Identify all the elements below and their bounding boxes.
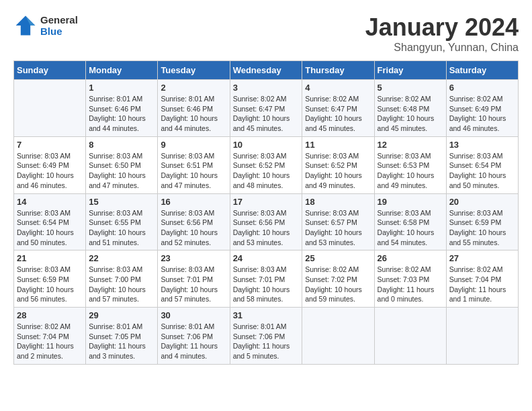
weekday-header-wednesday: Wednesday xyxy=(230,61,302,80)
day-number: 18 xyxy=(305,197,371,207)
calendar-cell: 22Sunrise: 8:03 AM Sunset: 7:00 PM Dayli… xyxy=(86,250,158,308)
day-number: 15 xyxy=(89,197,154,207)
day-number: 9 xyxy=(161,140,226,150)
day-info: Sunrise: 8:03 AM Sunset: 6:59 PM Dayligh… xyxy=(17,265,83,304)
day-number: 21 xyxy=(17,253,83,263)
calendar-cell: 6Sunrise: 8:02 AM Sunset: 6:49 PM Daylig… xyxy=(446,80,518,137)
calendar-cell: 18Sunrise: 8:03 AM Sunset: 6:57 PM Dayli… xyxy=(302,193,374,250)
calendar-subtitle: Shangyun, Yunnan, China xyxy=(365,42,519,54)
calendar-cell: 20Sunrise: 8:03 AM Sunset: 6:59 PM Dayli… xyxy=(446,193,518,250)
day-info: Sunrise: 8:03 AM Sunset: 6:51 PM Dayligh… xyxy=(161,151,226,191)
day-info: Sunrise: 8:01 AM Sunset: 7:06 PM Dayligh… xyxy=(233,322,300,361)
calendar-cell xyxy=(14,80,86,137)
calendar-cell: 24Sunrise: 8:03 AM Sunset: 7:01 PM Dayli… xyxy=(230,250,302,308)
day-number: 20 xyxy=(449,197,515,207)
day-number: 26 xyxy=(378,253,443,263)
title-block: January 2024 Shangyun, Yunnan, China xyxy=(365,13,519,54)
weekday-header-saturday: Saturday xyxy=(446,61,518,80)
day-info: Sunrise: 8:03 AM Sunset: 6:54 PM Dayligh… xyxy=(449,151,515,191)
day-info: Sunrise: 8:03 AM Sunset: 7:00 PM Dayligh… xyxy=(89,265,154,304)
day-info: Sunrise: 8:03 AM Sunset: 6:55 PM Dayligh… xyxy=(89,208,154,248)
day-info: Sunrise: 8:01 AM Sunset: 6:46 PM Dayligh… xyxy=(161,94,226,134)
day-info: Sunrise: 8:01 AM Sunset: 6:46 PM Dayligh… xyxy=(89,94,154,134)
day-number: 3 xyxy=(233,83,300,93)
day-number: 10 xyxy=(233,140,300,150)
calendar-cell: 26Sunrise: 8:02 AM Sunset: 7:03 PM Dayli… xyxy=(374,250,446,308)
page-header: General Blue January 2024 Shangyun, Yunn… xyxy=(13,13,519,54)
week-row-2: 7Sunrise: 8:03 AM Sunset: 6:49 PM Daylig… xyxy=(14,136,519,193)
day-info: Sunrise: 8:03 AM Sunset: 6:57 PM Dayligh… xyxy=(305,208,371,248)
calendar-cell: 30Sunrise: 8:01 AM Sunset: 7:06 PM Dayli… xyxy=(158,308,230,365)
calendar-cell: 15Sunrise: 8:03 AM Sunset: 6:55 PM Dayli… xyxy=(86,193,158,250)
day-number: 6 xyxy=(449,83,515,93)
day-number: 14 xyxy=(17,197,83,207)
day-info: Sunrise: 8:02 AM Sunset: 6:47 PM Dayligh… xyxy=(305,94,371,134)
day-info: Sunrise: 8:02 AM Sunset: 7:04 PM Dayligh… xyxy=(17,322,83,361)
day-number: 16 xyxy=(161,197,226,207)
calendar-cell xyxy=(374,308,446,365)
day-number: 11 xyxy=(305,140,371,150)
day-info: Sunrise: 8:01 AM Sunset: 7:06 PM Dayligh… xyxy=(161,322,226,361)
calendar-cell: 7Sunrise: 8:03 AM Sunset: 6:49 PM Daylig… xyxy=(14,136,86,193)
calendar-cell: 29Sunrise: 8:01 AM Sunset: 7:05 PM Dayli… xyxy=(86,308,158,365)
calendar-cell: 12Sunrise: 8:03 AM Sunset: 6:53 PM Dayli… xyxy=(374,136,446,193)
day-info: Sunrise: 8:03 AM Sunset: 6:54 PM Dayligh… xyxy=(17,208,83,248)
calendar-cell: 16Sunrise: 8:03 AM Sunset: 6:56 PM Dayli… xyxy=(158,193,230,250)
day-number: 5 xyxy=(378,83,443,93)
calendar-table: SundayMondayTuesdayWednesdayThursdayFrid… xyxy=(13,60,519,365)
calendar-cell: 1Sunrise: 8:01 AM Sunset: 6:46 PM Daylig… xyxy=(86,80,158,137)
day-number: 1 xyxy=(89,83,154,93)
calendar-cell: 21Sunrise: 8:03 AM Sunset: 6:59 PM Dayli… xyxy=(14,250,86,308)
weekday-header-row: SundayMondayTuesdayWednesdayThursdayFrid… xyxy=(14,61,519,80)
day-number: 25 xyxy=(305,253,371,263)
day-info: Sunrise: 8:03 AM Sunset: 6:53 PM Dayligh… xyxy=(378,151,443,191)
calendar-cell: 2Sunrise: 8:01 AM Sunset: 6:46 PM Daylig… xyxy=(158,80,230,137)
day-info: Sunrise: 8:03 AM Sunset: 7:01 PM Dayligh… xyxy=(161,265,226,304)
day-number: 13 xyxy=(449,140,515,150)
day-info: Sunrise: 8:03 AM Sunset: 6:52 PM Dayligh… xyxy=(305,151,371,191)
week-row-5: 28Sunrise: 8:02 AM Sunset: 7:04 PM Dayli… xyxy=(14,308,519,365)
weekday-header-monday: Monday xyxy=(86,61,158,80)
day-info: Sunrise: 8:02 AM Sunset: 7:03 PM Dayligh… xyxy=(378,265,443,304)
calendar-cell: 11Sunrise: 8:03 AM Sunset: 6:52 PM Dayli… xyxy=(302,136,374,193)
day-info: Sunrise: 8:03 AM Sunset: 6:58 PM Dayligh… xyxy=(378,208,443,248)
calendar-cell: 13Sunrise: 8:03 AM Sunset: 6:54 PM Dayli… xyxy=(446,136,518,193)
day-number: 2 xyxy=(161,83,226,93)
calendar-cell: 31Sunrise: 8:01 AM Sunset: 7:06 PM Dayli… xyxy=(230,308,302,365)
calendar-cell: 25Sunrise: 8:02 AM Sunset: 7:02 PM Dayli… xyxy=(302,250,374,308)
logo-icon xyxy=(13,13,38,38)
calendar-cell xyxy=(302,308,374,365)
week-row-1: 1Sunrise: 8:01 AM Sunset: 6:46 PM Daylig… xyxy=(14,80,519,137)
day-number: 4 xyxy=(305,83,371,93)
day-info: Sunrise: 8:03 AM Sunset: 6:50 PM Dayligh… xyxy=(89,151,154,191)
day-info: Sunrise: 8:02 AM Sunset: 6:49 PM Dayligh… xyxy=(449,94,515,134)
weekday-header-thursday: Thursday xyxy=(302,61,374,80)
calendar-cell: 10Sunrise: 8:03 AM Sunset: 6:52 PM Dayli… xyxy=(230,136,302,193)
calendar-cell: 3Sunrise: 8:02 AM Sunset: 6:47 PM Daylig… xyxy=(230,80,302,137)
day-number: 23 xyxy=(161,253,226,263)
calendar-cell: 8Sunrise: 8:03 AM Sunset: 6:50 PM Daylig… xyxy=(86,136,158,193)
day-number: 24 xyxy=(233,253,300,263)
day-info: Sunrise: 8:03 AM Sunset: 6:59 PM Dayligh… xyxy=(449,208,515,248)
calendar-cell xyxy=(446,308,518,365)
calendar-cell: 4Sunrise: 8:02 AM Sunset: 6:47 PM Daylig… xyxy=(302,80,374,137)
day-number: 28 xyxy=(17,310,83,320)
calendar-cell: 19Sunrise: 8:03 AM Sunset: 6:58 PM Dayli… xyxy=(374,193,446,250)
day-number: 7 xyxy=(17,140,83,150)
day-number: 31 xyxy=(233,310,300,320)
day-info: Sunrise: 8:03 AM Sunset: 7:01 PM Dayligh… xyxy=(233,265,300,304)
calendar-cell: 27Sunrise: 8:02 AM Sunset: 7:04 PM Dayli… xyxy=(446,250,518,308)
day-number: 30 xyxy=(161,310,226,320)
week-row-3: 14Sunrise: 8:03 AM Sunset: 6:54 PM Dayli… xyxy=(14,193,519,250)
weekday-header-friday: Friday xyxy=(374,61,446,80)
day-info: Sunrise: 8:01 AM Sunset: 7:05 PM Dayligh… xyxy=(89,322,154,361)
day-info: Sunrise: 8:03 AM Sunset: 6:56 PM Dayligh… xyxy=(161,208,226,248)
day-number: 29 xyxy=(89,310,154,320)
calendar-cell: 14Sunrise: 8:03 AM Sunset: 6:54 PM Dayli… xyxy=(14,193,86,250)
day-number: 12 xyxy=(378,140,443,150)
logo-text: General Blue xyxy=(40,14,78,37)
weekday-header-tuesday: Tuesday xyxy=(158,61,230,80)
day-info: Sunrise: 8:02 AM Sunset: 7:02 PM Dayligh… xyxy=(305,265,371,304)
calendar-cell: 23Sunrise: 8:03 AM Sunset: 7:01 PM Dayli… xyxy=(158,250,230,308)
day-number: 27 xyxy=(449,253,515,263)
